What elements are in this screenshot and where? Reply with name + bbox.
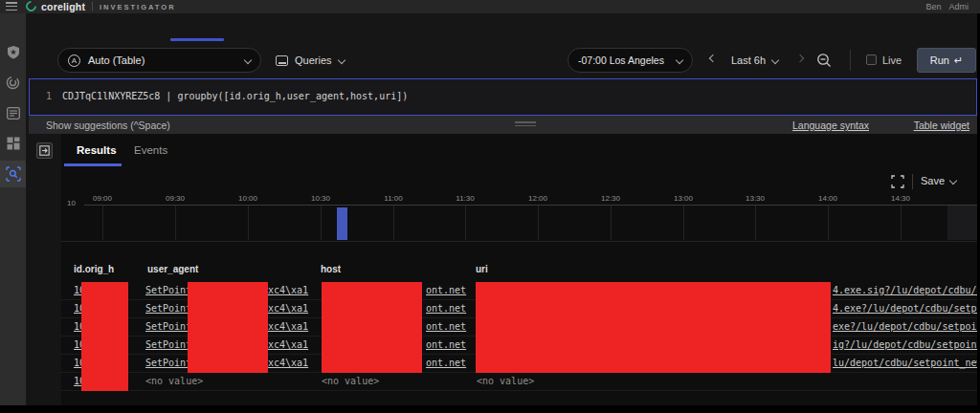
language-syntax-link[interactable]: Language syntax bbox=[792, 120, 869, 131]
queries-label: Queries bbox=[295, 54, 332, 66]
redaction-block bbox=[188, 282, 268, 373]
cell-uri[interactable]: lu/depot/cdbu/setpoint_new/ bbox=[833, 355, 977, 372]
left-nav-sidebar bbox=[0, 13, 26, 405]
x-tick-label: 09:30 bbox=[158, 194, 192, 203]
cell-host[interactable]: ont.net bbox=[426, 318, 466, 336]
chevron-down-icon bbox=[676, 56, 683, 64]
hamburger-menu-icon[interactable] bbox=[6, 2, 17, 11]
timezone-label: -07:00 Los Angeles bbox=[578, 54, 664, 66]
fullscreen-icon bbox=[891, 175, 904, 188]
x-tick-label: 14:00 bbox=[811, 194, 845, 203]
cell-uri[interactable]: 4.exe?/lu/depot/cdbu/setpoin bbox=[833, 300, 977, 317]
live-checkbox[interactable] bbox=[866, 54, 877, 65]
sidebar-item-alerts[interactable] bbox=[0, 38, 26, 65]
cell-uri[interactable]: exe?/lu/depot/cdbu/setpoint_ bbox=[833, 318, 977, 336]
redaction-block bbox=[476, 282, 831, 373]
sidebar-item-detections[interactable] bbox=[0, 69, 26, 96]
brand-name: corelight bbox=[41, 1, 85, 12]
tab-events[interactable]: Events bbox=[134, 144, 167, 156]
timezone-select[interactable]: -07:00 Los Angeles bbox=[568, 48, 693, 73]
chevron-down-icon bbox=[337, 56, 345, 64]
histogram-bar[interactable] bbox=[337, 207, 347, 240]
cell-host[interactable]: ont.net bbox=[426, 337, 466, 354]
gridline bbox=[755, 206, 756, 240]
show-suggestions-hint[interactable]: Show suggestions (^Space) bbox=[46, 120, 170, 131]
column-header-host[interactable]: host bbox=[321, 264, 341, 274]
line-number: 1 bbox=[46, 91, 52, 101]
resize-handle[interactable] bbox=[515, 121, 536, 128]
dashboard-icon bbox=[7, 137, 20, 150]
cell-host[interactable]: ont.net bbox=[426, 282, 466, 299]
column-header-uri[interactable]: uri bbox=[476, 264, 488, 274]
gridline bbox=[393, 206, 394, 240]
live-label: Live bbox=[882, 54, 902, 66]
view-type-select[interactable]: A Auto (Table) bbox=[57, 48, 261, 73]
cell-user-agent: <no value> bbox=[145, 376, 203, 386]
current-time-strip bbox=[947, 206, 977, 240]
gridline bbox=[683, 206, 684, 240]
cell-host[interactable]: ont.net bbox=[426, 300, 466, 317]
chart-bottom-border bbox=[61, 241, 977, 242]
cell-user-agent-suffix[interactable]: xc4\xa1 bbox=[268, 318, 308, 336]
user-role: Admi bbox=[948, 2, 969, 11]
table-widget-link[interactable]: Table widget bbox=[914, 120, 969, 131]
table-header-row: id.orig_h user_agent host uri bbox=[61, 256, 977, 282]
drawer-icon bbox=[39, 145, 50, 156]
sidebar-item-dashboards[interactable] bbox=[0, 130, 26, 157]
queries-menu-button[interactable]: Queries bbox=[276, 48, 345, 73]
user-menu[interactable]: Ben Admi bbox=[925, 2, 969, 11]
zoom-out-button[interactable] bbox=[815, 52, 833, 69]
screen-bottom-edge bbox=[0, 405, 980, 413]
x-tick-label: 13:30 bbox=[738, 194, 772, 203]
cell-user-agent-suffix[interactable]: xc4\xa1 bbox=[268, 355, 308, 372]
results-panel: Results Events Save 10 09:00 09:30 10:00… bbox=[61, 134, 977, 405]
shield-icon bbox=[7, 45, 20, 59]
cell-uri[interactable]: 4.exe.sig?/lu/depot/cdbu/set bbox=[833, 282, 977, 299]
table-body: 10. SetPointVxc4\xa1 ont.net 4.exe.sig?/… bbox=[61, 282, 977, 391]
x-tick-label: 12:00 bbox=[521, 194, 555, 203]
suggestions-bar: Show suggestions (^Space) Language synta… bbox=[29, 116, 977, 134]
redaction-block bbox=[322, 282, 422, 373]
x-axis-line bbox=[84, 205, 977, 206]
query-input[interactable]: 1 CDJTqC1lNXYREZ5c8 | groupby([id.orig_h… bbox=[29, 78, 977, 116]
user-name: Ben bbox=[925, 2, 941, 11]
tab-results[interactable]: Results bbox=[77, 144, 117, 156]
x-tick-label: 10:30 bbox=[303, 194, 338, 203]
x-tick-label: 09:00 bbox=[85, 194, 120, 203]
query-text: CDJTqC1lNXYREZ5c8 | groupby([id.orig_h,u… bbox=[62, 91, 408, 101]
cell-uri[interactable]: ig?/lu/depot/cdbu/setpoint_n bbox=[833, 337, 977, 354]
cell-user-agent-suffix[interactable]: xc4\xa1 bbox=[268, 282, 308, 299]
cell-user-agent-suffix[interactable]: xc4\xa1 bbox=[268, 337, 308, 354]
run-label: Run bbox=[930, 54, 949, 66]
x-tick-label: 10:00 bbox=[231, 194, 265, 203]
save-button[interactable]: Save bbox=[921, 175, 956, 186]
corelight-logo-icon bbox=[24, 0, 39, 13]
query-tab-indicator bbox=[170, 38, 224, 41]
run-button[interactable]: Run ↵ bbox=[917, 48, 976, 73]
sidebar-item-search[interactable] bbox=[0, 161, 26, 187]
chevron-down-icon bbox=[949, 177, 957, 185]
time-range-button[interactable]: Last 6h bbox=[731, 51, 778, 70]
gridline bbox=[248, 206, 249, 240]
cell-user-agent-suffix[interactable]: xc4\xa1 bbox=[268, 300, 308, 317]
gridline bbox=[901, 206, 902, 240]
app-window: corelight INVESTIGATOR Ben Admi bbox=[0, 0, 980, 413]
collapse-panel-button[interactable] bbox=[36, 142, 53, 159]
x-tick-label: 11:30 bbox=[448, 194, 482, 203]
gridline bbox=[321, 206, 322, 240]
fullscreen-button[interactable] bbox=[891, 175, 904, 188]
chevron-down-icon bbox=[244, 56, 252, 64]
column-header-id-orig-h[interactable]: id.orig_h bbox=[74, 264, 114, 274]
column-header-user-agent[interactable]: user_agent bbox=[147, 264, 198, 274]
sidebar-item-logs[interactable] bbox=[0, 99, 26, 126]
cell-uri: <no value> bbox=[477, 376, 534, 386]
gridline bbox=[538, 206, 539, 240]
queries-icon bbox=[276, 55, 288, 66]
search-icon bbox=[6, 166, 21, 182]
product-name: INVESTIGATOR bbox=[100, 3, 176, 11]
gridline bbox=[102, 206, 103, 240]
top-bar: corelight INVESTIGATOR Ben Admi bbox=[0, 0, 980, 13]
redaction-block bbox=[81, 282, 128, 391]
cell-host[interactable]: ont.net bbox=[426, 355, 466, 372]
view-type-label: Auto (Table) bbox=[88, 54, 145, 66]
